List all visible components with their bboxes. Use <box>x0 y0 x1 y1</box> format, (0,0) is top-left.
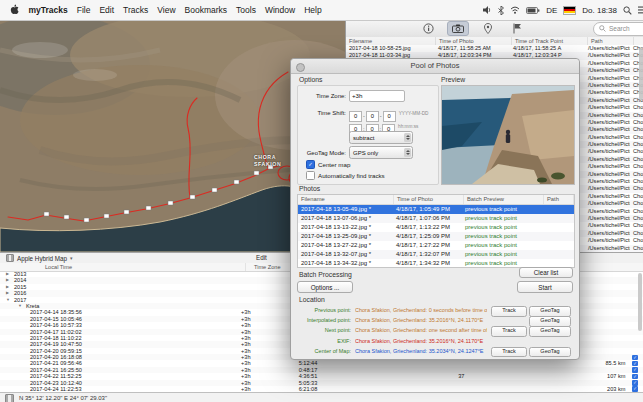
cell-filename: 2017-04-18 13-32-07.jpg * <box>298 250 393 259</box>
checkbox-box[interactable]: ✓ <box>306 160 315 169</box>
menu-item-help[interactable]: Help <box>300 5 326 15</box>
dialog-photo-row[interactable]: 2017-04-18 13-07-06.jpg *4/18/17, 1:07:0… <box>298 214 574 223</box>
time-zone-label: Time Zone: <box>298 93 346 99</box>
menu-clock[interactable]: Do. 18:38 <box>582 6 617 15</box>
checkbox-cell: ✓ <box>627 361 643 367</box>
geotag-button[interactable]: GeoTag <box>529 347 571 358</box>
cell-path: /Users/tichel/Pictures/201 <box>585 104 630 111</box>
time-zone-input[interactable]: +3h <box>349 90 405 102</box>
popup-arrows-icon <box>404 133 411 142</box>
cell-path: /Users/tichel/Pictures/201 <box>585 163 630 170</box>
notification-center-icon[interactable] <box>638 6 643 14</box>
photos-button[interactable] <box>447 21 469 36</box>
cell-path: /Users/tichel/Pictures/201 <box>585 97 630 104</box>
column-header-filename[interactable]: Filename <box>346 37 436 45</box>
battery-icon[interactable] <box>526 7 540 14</box>
cell-filename: 2017-04-18 10-58-25.jpg <box>346 45 435 52</box>
column-header-time-of-track-point[interactable]: Time of Track Point <box>512 37 588 45</box>
row-checkbox[interactable]: ✓ <box>632 355 638 361</box>
info-button[interactable] <box>418 22 438 35</box>
search-icon <box>599 25 606 32</box>
flag-button[interactable] <box>507 22 527 35</box>
window-toolbar: Search <box>346 20 643 38</box>
column-header-time-of-photo[interactable]: Time of Photo <box>394 195 464 204</box>
date-format-hint: YYYY-MM-DD <box>399 111 429 116</box>
dialog-photo-row[interactable]: 2017-04-18 13-13-22.jpg *4/18/17, 1:13:2… <box>298 223 574 232</box>
menu-items: myTracksFileEditTracksViewBookmarksTools… <box>24 5 326 15</box>
checkbox-auto-find-tracks[interactable]: Automatically find tracks <box>306 171 385 180</box>
column-header-local-time[interactable]: Local Time <box>0 263 246 271</box>
menu-item-bookmarks[interactable]: Bookmarks <box>180 5 232 15</box>
column-header-time-of-photo[interactable]: Time of Photo <box>436 37 512 45</box>
dialog-titlebar[interactable]: Pool of Photos <box>291 59 579 74</box>
cell-path <box>541 232 574 241</box>
pool-of-photos-dialog: Pool of Photos Options Preview Time Zone… <box>290 58 580 360</box>
geotag-mode-select[interactable]: GPS only <box>349 146 413 159</box>
pool-photo-row[interactable]: 2017-04-18 10-58-25.jpg4/18/17, 11:58:25… <box>346 45 643 52</box>
column-header-filename[interactable]: Filename <box>298 195 394 204</box>
clear-list-button[interactable]: Clear list <box>519 267 573 278</box>
map-type-select[interactable]: Apple Hybrid Map <box>17 255 67 262</box>
dialog-photo-row[interactable]: 2017-04-18 13-32-07.jpg *4/18/17, 1:32:0… <box>298 250 574 259</box>
cell-path: /Users/tichel/Pictures/201 <box>585 178 630 185</box>
row-checkbox[interactable]: ✓ <box>632 361 638 367</box>
cell-distance: 107 km <box>579 373 628 379</box>
options-group: Time Zone: +3h Time Shift: 0-0-0 YYYY-MM… <box>297 85 439 185</box>
location-section-label: Location <box>299 296 325 303</box>
volume-icon[interactable] <box>483 6 492 14</box>
checkbox-box[interactable] <box>306 171 315 180</box>
location-row: Interpolated point:Chora Sfakion, Griech… <box>297 315 573 325</box>
search-input[interactable]: Search <box>593 22 643 36</box>
cell-filename: 2017-04-18 13-25-09.jpg * <box>298 232 393 241</box>
cell-path: /Users/tichel/Pictures/201 <box>585 60 630 67</box>
spotlight-icon[interactable] <box>623 6 632 15</box>
location-row: Previous point:Chora Sfakion, Griechenla… <box>297 305 573 315</box>
column-header-batch-preview[interactable]: Batch Preview <box>464 195 544 204</box>
row-checkbox[interactable]: ✓ <box>632 367 638 373</box>
geotag-mode-value: GPS only <box>353 150 378 156</box>
column-header-path[interactable]: Path <box>588 37 634 45</box>
location-label: Interpolated point: <box>297 315 351 325</box>
column-header-city[interactable] <box>634 37 643 45</box>
column-header-path[interactable]: Path <box>544 195 574 204</box>
map-grid-icon[interactable] <box>5 394 14 402</box>
track-button[interactable]: Track <box>491 347 527 358</box>
cell-batch-preview: previous track point <box>462 214 541 223</box>
edit-button[interactable]: Edit <box>256 253 267 263</box>
menu-item-window[interactable]: Window <box>260 5 299 15</box>
menu-item-tracks[interactable]: Tracks <box>119 5 153 15</box>
cell-city: Cho <box>630 119 643 126</box>
cell-batch-preview: previous track point <box>462 250 541 259</box>
row-checkbox[interactable]: ✓ <box>632 380 638 386</box>
vertical-scrollbar-tracks[interactable] <box>638 273 642 331</box>
cursor-coordinates: N 35° 12' 12.20" E 24° 07' 29.03" <box>19 395 107 401</box>
apple-menu[interactable] <box>6 4 24 16</box>
row-checkbox[interactable]: ✓ <box>632 374 638 380</box>
checkbox-center-map[interactable]: ✓Center map <box>306 160 350 169</box>
cell-city: Cho <box>630 193 643 200</box>
map-type-icon <box>6 254 14 262</box>
wifi-icon[interactable] <box>510 6 520 14</box>
cell-city: Cho <box>630 104 643 111</box>
location-label: Center of Map: <box>297 346 351 356</box>
cell-time-of-photo: 4/18/17, 1:32:07 PM <box>393 250 462 259</box>
close-button[interactable] <box>296 63 305 72</box>
menu-item-mytracks[interactable]: myTracks <box>24 5 72 15</box>
dialog-photo-row[interactable]: 2017-04-18 13-27-22.jpg *4/18/17, 1:27:2… <box>298 241 574 250</box>
time-format-hint: hh:mm:ss <box>398 124 418 129</box>
vertical-scrollbar[interactable] <box>639 48 643 100</box>
german-flag-icon[interactable] <box>563 6 576 15</box>
pin-button[interactable] <box>478 22 498 35</box>
menu-item-file[interactable]: File <box>72 5 95 15</box>
bluetooth-icon[interactable] <box>498 6 504 15</box>
batch-options-button[interactable]: Options ... <box>297 281 353 293</box>
cell-city: Cho <box>630 134 643 141</box>
menu-item-edit[interactable]: Edit <box>95 5 119 15</box>
menu-item-tools[interactable]: Tools <box>232 5 261 15</box>
dialog-photo-row[interactable]: 2017-04-18 13-05-49.jpg *4/18/17, 1:05:4… <box>298 205 574 214</box>
menu-item-view[interactable]: View <box>153 5 180 15</box>
shift-mode-select[interactable]: subtract <box>349 131 413 144</box>
keyboard-language[interactable]: DE <box>546 6 557 15</box>
start-button[interactable]: Start <box>517 281 573 293</box>
dialog-photo-row[interactable]: 2017-04-18 13-25-09.jpg *4/18/17, 1:25:0… <box>298 232 574 241</box>
